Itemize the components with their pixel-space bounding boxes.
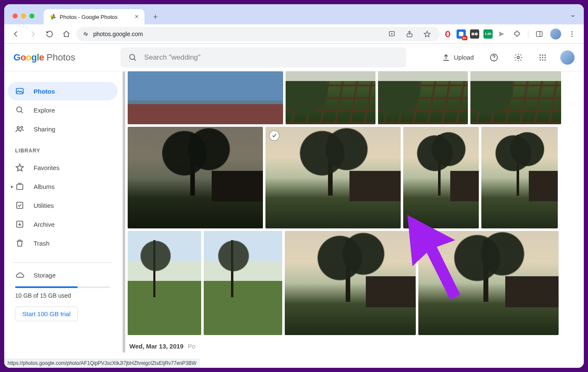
bookmark-icon[interactable] bbox=[420, 27, 434, 41]
svg-point-17 bbox=[540, 54, 541, 55]
sidebar: Photos Explore Sharing LIBRARY Favorites… bbox=[4, 71, 123, 368]
sidebar-item-label: Explore bbox=[34, 107, 55, 114]
svg-point-28 bbox=[17, 127, 20, 129]
new-tab-button[interactable] bbox=[150, 11, 161, 23]
storage-upgrade-button[interactable]: Start 100 GB trial bbox=[15, 307, 78, 321]
photo-thumbnail[interactable] bbox=[378, 71, 468, 124]
svg-rect-31 bbox=[17, 202, 23, 209]
storage-used-text: 10 GB of 15 GB used bbox=[15, 292, 110, 299]
tab-overflow-button[interactable] bbox=[567, 10, 579, 22]
sidebar-scrollbar[interactable] bbox=[123, 71, 126, 368]
install-app-icon[interactable] bbox=[385, 27, 399, 41]
extension-send-icon[interactable] bbox=[497, 29, 506, 39]
trash-icon bbox=[15, 238, 24, 248]
sidebar-item-archive[interactable]: Archive bbox=[8, 215, 118, 233]
svg-point-3 bbox=[446, 31, 449, 36]
photo-select-checkbox[interactable] bbox=[270, 131, 279, 140]
sidebar-item-sharing[interactable]: Sharing bbox=[8, 120, 118, 138]
profile-avatar[interactable] bbox=[550, 29, 561, 39]
extensions-area: 9+ 1.00 bbox=[443, 27, 579, 41]
extension-goggles-icon[interactable] bbox=[470, 29, 479, 39]
svg-point-20 bbox=[540, 57, 541, 58]
nav-forward-button[interactable] bbox=[26, 27, 39, 41]
app-body: Photos Explore Sharing LIBRARY Favorites… bbox=[4, 71, 584, 368]
search-box[interactable] bbox=[121, 47, 406, 68]
svg-point-12 bbox=[572, 35, 573, 37]
photo-thumbnail[interactable] bbox=[128, 127, 263, 228]
photo-thumbnail[interactable] bbox=[481, 127, 558, 228]
status-bar: https://photos.google.com/photo/AF1QipPV… bbox=[4, 359, 200, 368]
sidebar-item-photos[interactable]: Photos bbox=[8, 82, 118, 100]
extension-badge-icon[interactable]: 9+ bbox=[457, 29, 466, 39]
upload-button[interactable]: Upload bbox=[438, 51, 478, 64]
date-sub-text: Po bbox=[188, 343, 195, 350]
account-avatar[interactable] bbox=[560, 50, 575, 65]
tab-strip: Photos - Google Photos × bbox=[4, 4, 584, 24]
help-button[interactable] bbox=[486, 49, 502, 66]
svg-point-15 bbox=[494, 59, 494, 60]
site-info-icon[interactable] bbox=[82, 31, 89, 37]
photo-thumbnail[interactable] bbox=[285, 231, 416, 335]
svg-point-13 bbox=[130, 54, 135, 59]
nav-reload-button[interactable] bbox=[43, 27, 56, 41]
share-icon[interactable] bbox=[403, 27, 416, 41]
photo-thumbnail[interactable] bbox=[418, 231, 559, 335]
sidebar-item-albums[interactable]: ▸ Albums bbox=[8, 177, 118, 196]
star-icon bbox=[15, 163, 24, 172]
sidebar-item-utilities[interactable]: Utilities bbox=[8, 196, 118, 215]
photo-thumbnail[interactable] bbox=[204, 231, 282, 335]
browser-toolbar: photos.google.com 9+ bbox=[4, 24, 584, 44]
date-header: Wed, Mar 13, 2019 Po bbox=[128, 338, 580, 350]
window-close-button[interactable] bbox=[13, 13, 18, 18]
side-panel-icon[interactable] bbox=[533, 27, 546, 41]
photo-thumbnail[interactable] bbox=[286, 71, 375, 124]
tab-close-button[interactable]: × bbox=[135, 13, 139, 21]
browser-menu-icon[interactable] bbox=[565, 27, 579, 41]
sidebar-item-trash[interactable]: Trash bbox=[8, 234, 118, 252]
google-photos-app: Google Photos Upload bbox=[4, 44, 584, 368]
albums-icon bbox=[15, 182, 24, 191]
tab-title: Photos - Google Photos bbox=[60, 14, 118, 20]
extension-opera-icon[interactable] bbox=[443, 29, 452, 39]
photo-thumbnail[interactable] bbox=[265, 127, 401, 228]
sidebar-item-favorites[interactable]: Favorites bbox=[8, 158, 118, 177]
photo-thumbnail[interactable] bbox=[403, 127, 479, 228]
logo-product-name: Photos bbox=[47, 52, 76, 63]
upload-label: Upload bbox=[454, 54, 474, 61]
storage-widget[interactable]: Storage 10 GB of 15 GB used Start 100 GB… bbox=[8, 265, 118, 321]
nav-home-button[interactable] bbox=[60, 27, 73, 41]
photo-thumbnail[interactable] bbox=[128, 231, 201, 335]
address-bar[interactable]: photos.google.com bbox=[76, 27, 440, 41]
svg-point-23 bbox=[540, 59, 541, 60]
nav-back-button[interactable] bbox=[9, 27, 23, 41]
browser-window: Photos - Google Photos × photos.googl bbox=[4, 4, 584, 368]
sidebar-item-label: Archive bbox=[34, 221, 55, 228]
extension-rate-icon[interactable]: 1.00 bbox=[483, 29, 493, 39]
sidebar-divider bbox=[13, 262, 113, 263]
svg-point-18 bbox=[542, 54, 543, 55]
sidebar-item-label: Favorites bbox=[34, 164, 60, 171]
photo-grid[interactable]: Wed, Mar 13, 2019 Po bbox=[126, 71, 584, 368]
svg-point-19 bbox=[544, 54, 546, 55]
google-photos-logo[interactable]: Google Photos bbox=[13, 52, 75, 63]
cloud-icon bbox=[15, 270, 24, 280]
svg-point-24 bbox=[542, 59, 543, 60]
google-apps-button[interactable] bbox=[534, 49, 551, 66]
extensions-menu-icon[interactable] bbox=[510, 27, 524, 41]
upload-icon bbox=[442, 53, 450, 62]
browser-tab[interactable]: Photos - Google Photos × bbox=[44, 9, 144, 24]
storage-label: Storage bbox=[34, 272, 56, 279]
sidebar-item-explore[interactable]: Explore bbox=[8, 101, 118, 119]
search-input[interactable] bbox=[143, 53, 399, 62]
window-maximize-button[interactable] bbox=[29, 13, 34, 18]
settings-button[interactable] bbox=[510, 49, 527, 66]
app-header: Google Photos Upload bbox=[4, 44, 584, 71]
photo-thumbnail[interactable] bbox=[470, 71, 561, 124]
photo-thumbnail[interactable] bbox=[128, 71, 283, 124]
svg-point-7 bbox=[472, 33, 474, 34]
svg-rect-9 bbox=[536, 31, 542, 37]
expand-caret-icon[interactable]: ▸ bbox=[11, 183, 13, 189]
svg-point-27 bbox=[17, 107, 22, 112]
window-minimize-button[interactable] bbox=[21, 13, 26, 18]
window-controls[interactable] bbox=[13, 13, 34, 18]
